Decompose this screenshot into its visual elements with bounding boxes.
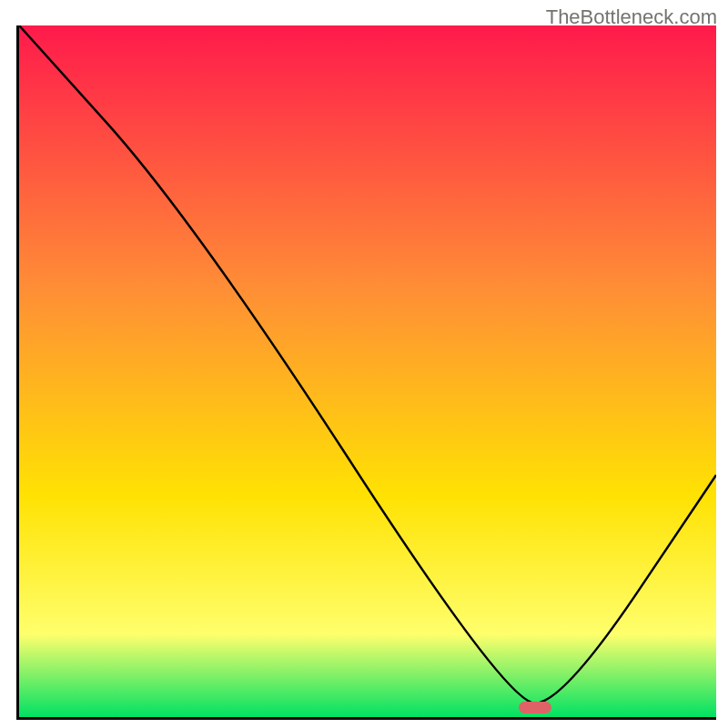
chart-container: TheBottleneck.com: [0, 0, 728, 728]
watermark-text: TheBottleneck.com: [546, 5, 717, 29]
plot-area: [16, 25, 716, 720]
bottleneck-curve: [19, 25, 716, 717]
optimal-marker: [519, 702, 551, 713]
